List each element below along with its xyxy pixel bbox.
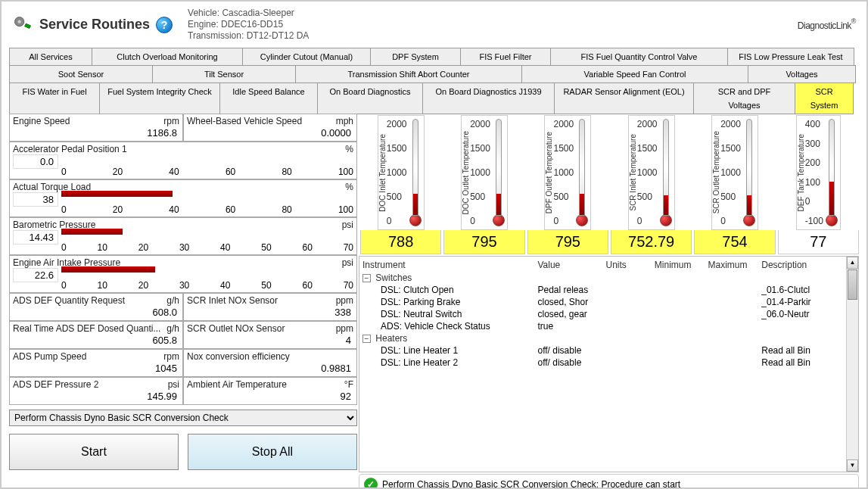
gauge-5: DEF Tank Temperature4003002001000-10077 <box>778 115 859 254</box>
gauge-4: SCR Outlet Temperature200015001000500075… <box>694 115 775 254</box>
table-row[interactable]: DSL: Clutch OpenPedal releas_01.6-Clutcl <box>359 284 846 296</box>
table-row[interactable]: DSL: Line Heater 2off/ disableRead all B… <box>359 357 846 369</box>
tab-transmission-shift-abort-counter[interactable]: Transmission Shift Abort Counter <box>295 65 522 83</box>
scroll-down-icon[interactable]: ▼ <box>847 459 858 472</box>
scroll-thumb[interactable] <box>848 269 857 300</box>
vehicle-info: Vehicle: Cascadia-Sleeper Engine: DDEC16… <box>188 8 309 42</box>
param-accel: Accelerator Pedal Position 1% 0.0 020406… <box>9 142 357 179</box>
gauge-label: SCR Outlet Temperature <box>712 129 720 215</box>
right-panel: DOC Inlet Temperature2000150010005000788… <box>359 114 859 489</box>
gauge-value: 795 <box>443 230 524 254</box>
tab-clutch-overload-monitoring[interactable]: Clutch Overload Monitoring <box>92 48 243 66</box>
param-pump: ADS Pump Speedrpm1045 <box>9 349 183 377</box>
start-button[interactable]: Start <box>9 434 179 470</box>
param-air: Engine Air Intake Pressurepsi 22.6 01020… <box>9 255 357 293</box>
tab-all-services[interactable]: All Services <box>9 48 92 66</box>
gauge-value: 752.79 <box>611 230 692 254</box>
tab-tilt-sensor[interactable]: Tilt Sensor <box>152 65 296 83</box>
tab-scr-and-dpf-voltages[interactable]: SCR and DPF Voltages <box>693 83 795 114</box>
grid-scrollbar[interactable]: ▲ ▼ <box>846 257 858 472</box>
header: Service Routines ? Vehicle: Cascadia-Sle… <box>2 2 866 48</box>
tab-fis-water-in-fuel[interactable]: FIS Water in Fuel <box>9 83 100 114</box>
table-row[interactable]: DSL: Parking Brakeclosed, Shor_01.4-Park… <box>359 296 846 308</box>
param-def-press: ADS DEF Pressure 2psi145.99 <box>9 377 183 405</box>
param-baro: Barometric Pressurepsi 14.43 01020304050… <box>9 217 357 255</box>
tab-radar-sensor-alignment-eol-[interactable]: RADAR Sensor Alignment (EOL) <box>554 83 694 114</box>
param-torque: Actual Torque Load% 38 020406080100 <box>9 179 357 217</box>
tab-voltages[interactable]: Voltages <box>748 65 856 83</box>
param-nox-eff: Nox conversion efficiency0.9881 <box>183 349 357 377</box>
svg-point-1 <box>17 20 20 23</box>
gauge-2: DPF Outlet Temperature200015001000500079… <box>527 115 608 254</box>
tab-idle-speed-balance[interactable]: Idle Speed Balance <box>219 83 318 114</box>
gauge-label: DOC Outlet Temperature <box>462 129 470 216</box>
table-row[interactable]: ADS: Vehicle Check Statustrue <box>359 320 846 332</box>
group-row[interactable]: − Heaters <box>359 332 846 344</box>
param-engine-speed: Engine Speedrpm 1186.8 <box>9 114 183 142</box>
tab-fuel-system-integrity-check[interactable]: Fuel System Integrity Check <box>99 83 220 114</box>
tab-fis-fuel-quantity-control-valve[interactable]: FIS Fuel Quantity Control Valve <box>550 48 728 66</box>
scroll-up-icon[interactable]: ▲ <box>847 257 858 269</box>
tab-scr-system[interactable]: SCR System <box>795 83 854 114</box>
gear-icon <box>12 14 33 36</box>
tabs-row-2: Soot SensorTilt SensorTransmission Shift… <box>2 65 866 83</box>
brand-logo: DiagnosticLink® <box>798 17 856 33</box>
gauge-3: SCR Inlet Temperature2000150010005000752… <box>611 115 692 254</box>
group-row[interactable]: − Switches <box>359 272 846 284</box>
status-text: Perform Chassis Dyno Basic SCR Conversio… <box>382 479 680 489</box>
gauge-label: DPF Outlet Temperature <box>545 130 553 215</box>
gauge-value: 795 <box>527 230 608 254</box>
param-wheel-speed: Wheel-Based Vehicle Speedmph 0.0000 <box>183 114 357 142</box>
gauges-row: DOC Inlet Temperature2000150010005000788… <box>359 114 859 256</box>
gauge-value: 788 <box>360 230 441 254</box>
param-scr-in-nox: SCR Inlet NOx Sensorppm338 <box>183 293 357 321</box>
left-panel: Engine Speedrpm 1186.8 Wheel-Based Vehic… <box>9 114 357 489</box>
help-icon[interactable]: ? <box>156 17 173 33</box>
param-amb-temp: Ambient Air Temperature°F92 <box>183 377 357 405</box>
gauge-1: DOC Outlet Temperature200015001000500079… <box>443 115 524 254</box>
gauge-value: 754 <box>694 230 775 254</box>
page-title: Service Routines <box>39 17 150 33</box>
tab-variable-speed-fan-control[interactable]: Variable Speed Fan Control <box>521 65 748 83</box>
collapse-icon[interactable]: − <box>362 274 371 282</box>
tabs-row-3: FIS Water in FuelFuel System Integrity C… <box>2 83 866 114</box>
gauge-label: DOC Inlet Temperature <box>378 132 387 213</box>
table-row[interactable]: DSL: Neutral Switchclosed, gear_06.0-Neu… <box>359 308 846 320</box>
table-row[interactable]: DSL: Line Heater 1off/ disableRead all B… <box>359 344 846 357</box>
tab-fis-fuel-filter[interactable]: FIS Fuel Filter <box>460 48 551 66</box>
tab-dpf-system[interactable]: DPF System <box>370 48 461 66</box>
tabs-row-1: All ServicesClutch Overload MonitoringCy… <box>2 48 866 65</box>
param-def-dosed: Real Time ADS DEF Dosed Quanti...g/h605.… <box>9 321 183 349</box>
procedure-select[interactable]: Perform Chassis Dyno Basic SCR Conversio… <box>9 410 357 426</box>
tab-fis-low-pressure-leak-test[interactable]: FIS Low Pressure Leak Test <box>727 48 854 66</box>
stop-all-button[interactable]: Stop All <box>188 434 357 470</box>
gauge-label: DEF Tank Temperature <box>797 132 805 213</box>
gauge-label: SCR Inlet Temperature <box>629 132 637 213</box>
check-icon: ✓ <box>364 478 378 489</box>
collapse-icon[interactable]: − <box>362 335 371 343</box>
tab-on-board-diagnostics[interactable]: On Board Diagnostics <box>317 83 423 114</box>
instrument-grid: InstrumentValueUnitsMinimumMaximumDescri… <box>359 258 846 472</box>
tab-cylinder-cutout-manual-[interactable]: Cylinder Cutout (Manual) <box>242 48 371 66</box>
tab-soot-sensor[interactable]: Soot Sensor <box>9 65 153 83</box>
tab-on-board-diagnostics-j1939[interactable]: On Board Diagnostics J1939 <box>422 83 555 114</box>
status-bar: ✓ Perform Chassis Dyno Basic SCR Convers… <box>359 474 859 489</box>
gauge-0: DOC Inlet Temperature2000150010005000788 <box>360 115 441 254</box>
gauge-value: 77 <box>778 230 859 254</box>
param-scr-out-nox: SCR Outlet NOx Sensorppm4 <box>183 321 357 349</box>
param-def-qty-req: ADS DEF Quantity Requestg/h608.0 <box>9 293 183 321</box>
